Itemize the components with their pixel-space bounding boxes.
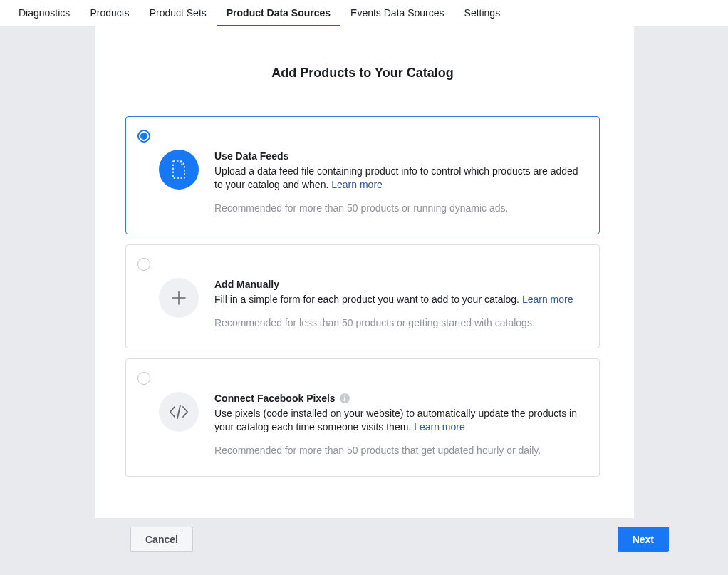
tabs-bar: DiagnosticsProductsProduct SetsProduct D… [0, 0, 728, 26]
options-list: Use Data FeedsUpload a data feed file co… [125, 116, 600, 477]
tab-product-sets[interactable]: Product Sets [140, 0, 217, 26]
option-note: Recommended for more than 50 products or… [214, 202, 585, 215]
radio-button[interactable] [137, 372, 150, 385]
option-title-text: Use Data Feeds [214, 150, 288, 162]
radio-button[interactable] [137, 130, 150, 143]
option-card-add-manually[interactable]: Add ManuallyFill in a simple form for ea… [125, 244, 600, 349]
info-icon[interactable]: i [340, 393, 350, 403]
option-card-connect-facebook-pixels[interactable]: Connect Facebook PixelsiUse pixels (code… [125, 358, 600, 477]
footer-bar: Cancel Next [130, 518, 669, 552]
option-body: Add ManuallyFill in a simple form for ea… [137, 278, 585, 330]
option-title-text: Add Manually [214, 279, 279, 290]
main-panel: Add Products to Your Catalog Use Data Fe… [95, 26, 634, 518]
learn-more-link[interactable]: Learn more [414, 421, 465, 432]
option-text: Use Data FeedsUpload a data feed file co… [214, 150, 585, 215]
tab-diagnostics[interactable]: Diagnostics [16, 0, 80, 26]
learn-more-link[interactable]: Learn more [522, 294, 573, 305]
tab-events-data-sources[interactable]: Events Data Sources [340, 0, 454, 26]
option-description: Use pixels (code installed on your websi… [214, 407, 585, 434]
code-icon [159, 392, 199, 432]
option-text: Add ManuallyFill in a simple form for ea… [214, 278, 585, 330]
option-title: Connect Facebook Pixelsi [214, 393, 585, 404]
panel-wrapper: Add Products to Your Catalog Use Data Fe… [0, 26, 728, 518]
option-note: Recommended for more than 50 products th… [214, 444, 585, 457]
option-description: Upload a data feed file containing produ… [214, 165, 585, 192]
radio-button[interactable] [137, 258, 150, 271]
option-title: Use Data Feeds [214, 150, 585, 162]
option-description-text: Use pixels (code installed on your websi… [214, 408, 577, 432]
option-description-text: Upload a data feed file containing produ… [214, 165, 578, 190]
file-icon [159, 150, 199, 190]
option-body: Connect Facebook PixelsiUse pixels (code… [137, 392, 585, 457]
learn-more-link[interactable]: Learn more [331, 179, 383, 190]
tab-product-data-sources[interactable]: Product Data Sources [217, 0, 340, 26]
cancel-button[interactable]: Cancel [130, 527, 193, 552]
option-description-text: Fill in a simple form for each product y… [214, 294, 522, 305]
option-title: Add Manually [214, 279, 585, 290]
tab-settings[interactable]: Settings [454, 0, 511, 26]
page-title: Add Products to Your Catalog [125, 66, 600, 81]
option-title-text: Connect Facebook Pixels [214, 393, 336, 404]
tab-products[interactable]: Products [80, 0, 139, 26]
option-text: Connect Facebook PixelsiUse pixels (code… [214, 392, 585, 457]
option-description: Fill in a simple form for each product y… [214, 293, 585, 306]
plus-icon [159, 278, 199, 318]
next-button[interactable]: Next [618, 527, 669, 552]
option-note: Recommended for less than 50 products or… [214, 316, 585, 330]
option-body: Use Data FeedsUpload a data feed file co… [137, 150, 585, 215]
option-card-use-data-feeds[interactable]: Use Data FeedsUpload a data feed file co… [125, 116, 600, 234]
